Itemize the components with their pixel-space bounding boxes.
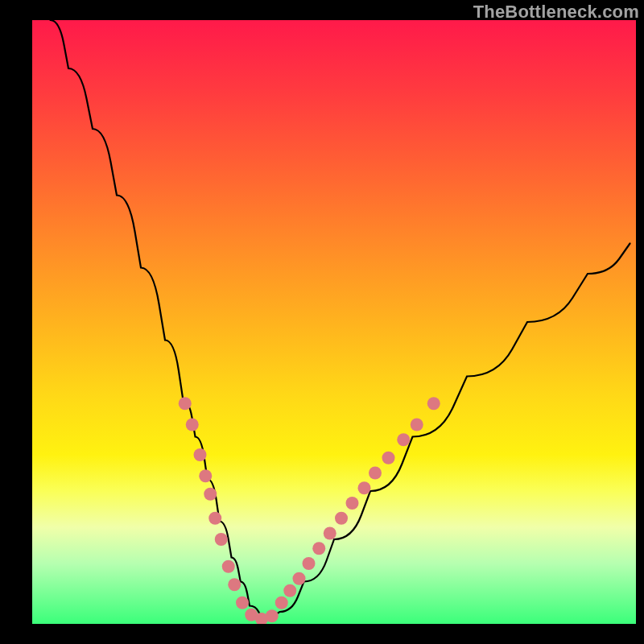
annotated-point [215,533,228,546]
annotated-point [266,609,279,622]
chart-svg [32,20,636,624]
watermark-text: TheBottleneck.com [473,2,639,23]
annotated-point [186,419,199,431]
annotated-point [411,419,423,431]
annotated-point [303,557,316,570]
annotated-point [335,512,348,525]
annotated-point [204,488,217,501]
annotated-point [293,572,306,585]
annotated-point [194,448,207,461]
annotated-point [222,560,235,573]
annotated-point [275,597,288,609]
annotated-point [358,481,371,494]
annotated-point [199,469,212,482]
chart-frame: TheBottleneck.com [0,0,644,644]
annotated-point [382,452,395,464]
annotated-point [397,433,410,446]
annotated-point [346,497,359,510]
annotated-point [427,397,440,410]
annotated-point [228,578,241,591]
annotated-point [236,597,249,609]
annotated-point [208,512,221,525]
annotated-point [283,584,296,597]
bottleneck-curve [51,20,630,618]
annotated-point [179,397,192,410]
annotated-point [324,527,336,540]
annotated-point [312,542,325,555]
annotated-point [369,467,382,480]
